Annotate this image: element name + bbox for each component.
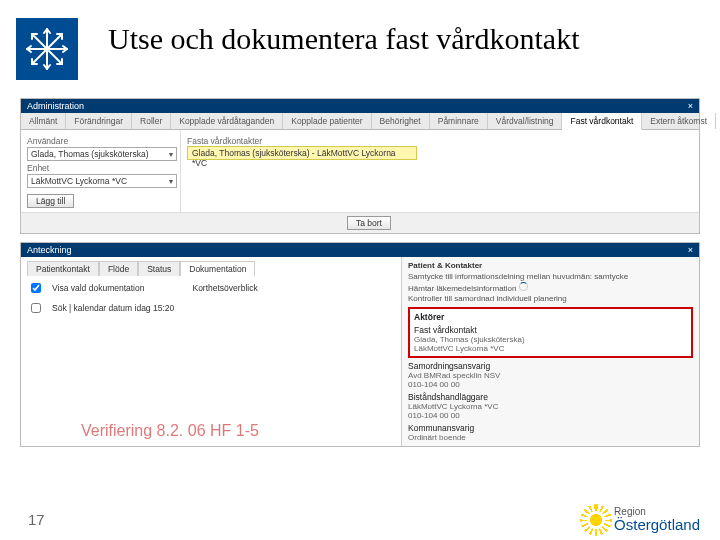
- bitr-label: Biståndshandläggare: [408, 392, 693, 402]
- samord-value: Avd BMRad specklin NSV: [408, 371, 693, 380]
- samtycke-line: Samtycke till informationsdelning mellan…: [408, 272, 693, 281]
- close-icon[interactable]: ×: [688, 101, 693, 111]
- fast-vardkontakt-section: Fast vårdkontakt Glada, Thomas (sjuksköt…: [414, 325, 687, 353]
- tab-patientkontakt[interactable]: Patientkontakt: [27, 261, 99, 276]
- aktorer-label: Aktörer: [414, 312, 687, 322]
- footer-text: Region Östergötland: [614, 507, 700, 532]
- samord-label: Samordningsansvarig: [408, 361, 693, 371]
- admin-left-column: Användare Glada, Thomas (sjuksköterska) …: [21, 130, 181, 212]
- snowflake-icon: [23, 25, 71, 73]
- admin-mid-column: Fasta vårdkontakter Glada, Thomas (sjuks…: [181, 130, 699, 212]
- anvandare-value: Glada, Thomas (sjuksköterska): [31, 149, 148, 159]
- sun-icon: [584, 508, 608, 532]
- kommun-value: Ordinärt boende: [408, 433, 693, 442]
- footer-region-name: Östergötland: [614, 517, 700, 532]
- window-title-bar: Anteckning ×: [21, 243, 699, 257]
- visa-vald-row: Visa vald dokumentation Korthetsöverblic…: [27, 280, 395, 296]
- close-icon[interactable]: ×: [688, 245, 693, 255]
- tab-kopplade-patienter[interactable]: Kopplade patienter: [283, 113, 371, 129]
- fvk-label: Fast vårdkontakt: [414, 325, 687, 335]
- fvk-enhet: LäkMottVC Lyckorna *VC: [414, 344, 687, 353]
- window-title-bar: Administration ×: [21, 99, 699, 113]
- patient-kontakter-pane: Patient & Kontakter Samtycke till inform…: [401, 257, 699, 446]
- region-logo: [16, 18, 78, 80]
- enhet-value: LäkMottVC Lyckorna *VC: [31, 176, 127, 186]
- loading-line-2: Kontroller till samordnad individuell pl…: [408, 294, 693, 303]
- slide-title: Utse och dokumentera fast vårdkontakt: [108, 22, 580, 55]
- sok-date-line: Sök | kalendar datum idag 15:20: [52, 303, 174, 313]
- chevron-down-icon: ▾: [169, 150, 173, 159]
- aktorer-highlight-box: Aktörer Fast vårdkontakt Glada, Thomas (…: [408, 307, 693, 358]
- fasta-vardkontakter-label: Fasta vårdkontakter: [187, 136, 693, 146]
- bitr-value: LäkMottVC Lyckorna *VC: [408, 402, 693, 411]
- anteckning-body: Patientkontakt Flöde Status Dokumentatio…: [21, 257, 699, 446]
- anteckning-tabs: Patientkontakt Flöde Status Dokumentatio…: [27, 261, 395, 276]
- bistand-section: Biståndshandläggare LäkMottVC Lyckorna *…: [408, 392, 693, 420]
- korthet-label: Korthetsöverblick: [192, 283, 257, 293]
- slide-number: 17: [28, 511, 45, 528]
- fvk-name: Glada, Thomas (sjuksköterska): [414, 335, 687, 344]
- tab-paminnare[interactable]: Påminnare: [430, 113, 488, 129]
- kommun-section: Kommunansvarig Ordinärt boende: [408, 423, 693, 442]
- tab-allmant[interactable]: Allmänt: [21, 113, 66, 129]
- tab-flode[interactable]: Flöde: [99, 261, 138, 276]
- sok-checkbox[interactable]: [31, 303, 41, 313]
- anteckning-left: Patientkontakt Flöde Status Dokumentatio…: [21, 257, 401, 446]
- sok-row: Sök | kalendar datum idag 15:20: [27, 300, 395, 316]
- enhet-select[interactable]: LäkMottVC Lyckorna *VC ▾: [27, 174, 177, 188]
- tab-status[interactable]: Status: [138, 261, 180, 276]
- tab-forandringar[interactable]: Förändringar: [66, 113, 132, 129]
- verification-watermark: Verifiering 8.2. 06 HF 1-5: [81, 422, 259, 440]
- admin-footer-bar: Ta bort: [21, 212, 699, 233]
- tab-extern-atkomst[interactable]: Extern åtkomst: [642, 113, 716, 129]
- admin-tabs: Allmänt Förändringar Roller Kopplade vår…: [21, 113, 699, 130]
- lagg-till-button[interactable]: Lägg till: [27, 194, 74, 208]
- loading-text-1: Hämtar läkemedelsinformation: [408, 284, 517, 293]
- enhet-label: Enhet: [27, 163, 174, 173]
- chevron-down-icon: ▾: [169, 177, 173, 186]
- tab-kopplade-vardataganden[interactable]: Kopplade vårdåtaganden: [171, 113, 283, 129]
- spinner-icon: [519, 282, 528, 291]
- samordning-section: Samordningsansvarig Avd BMRad specklin N…: [408, 361, 693, 389]
- anteckning-panel: Anteckning × Patientkontakt Flöde Status…: [20, 242, 700, 447]
- anvandare-label: Användare: [27, 136, 174, 146]
- visa-vald-checkbox[interactable]: [31, 283, 41, 293]
- fasta-vardkontakter-item[interactable]: Glada, Thomas (sjuksköterska) - LäkMottV…: [187, 146, 417, 160]
- samord-tel: 010-104 00 00: [408, 380, 693, 389]
- tab-behorighet[interactable]: Behörighet: [372, 113, 430, 129]
- ta-bort-button[interactable]: Ta bort: [347, 216, 391, 230]
- bitr-tel: 010-104 00 00: [408, 411, 693, 420]
- anvandare-select[interactable]: Glada, Thomas (sjuksköterska) ▾: [27, 147, 177, 161]
- kommun-label: Kommunansvarig: [408, 423, 693, 433]
- slide-header: Utse och dokumentera fast vårdkontakt: [0, 0, 720, 90]
- tab-roller[interactable]: Roller: [132, 113, 171, 129]
- admin-body: Användare Glada, Thomas (sjuksköterska) …: [21, 130, 699, 212]
- admin-panel: Administration × Allmänt Förändringar Ro…: [20, 98, 700, 234]
- loading-line-1: Hämtar läkemedelsinformation: [408, 282, 693, 293]
- patient-kontakter-header: Patient & Kontakter: [408, 261, 693, 270]
- window-title: Anteckning: [27, 245, 72, 255]
- tab-dokumentation[interactable]: Dokumentation: [180, 261, 255, 276]
- tab-vardval[interactable]: Vårdval/listning: [488, 113, 563, 129]
- tab-fast-vardkontakt[interactable]: Fast vårdkontakt: [562, 113, 642, 130]
- window-title: Administration: [27, 101, 84, 111]
- visa-vald-label: Visa vald dokumentation: [52, 283, 144, 293]
- footer-logo: Region Östergötland: [584, 507, 700, 532]
